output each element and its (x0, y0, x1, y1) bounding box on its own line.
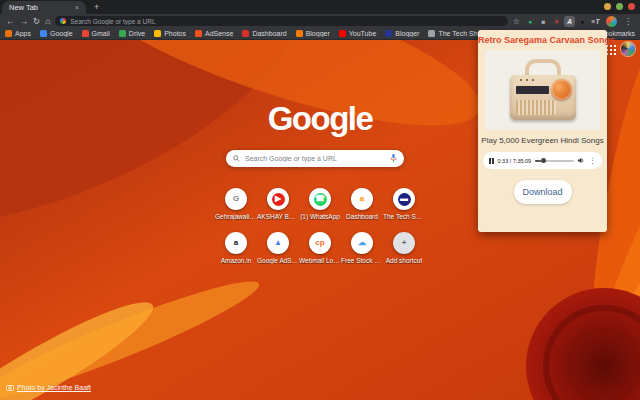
shortcut-tile[interactable]: cp Webmail Login (300, 232, 340, 264)
radio-knob-dots (518, 78, 536, 82)
shortcut-label: The Tech Sho... (383, 213, 425, 220)
shortcut-glyph: ☎ (314, 193, 327, 206)
popup-title: Retro Saregama Carvaan Songs (478, 35, 607, 45)
shortcut-tile[interactable]: ▲ Google AdSe... (258, 232, 298, 264)
search-box[interactable]: Search Google or type a URL (226, 150, 404, 167)
extension-icon[interactable]: ■ (538, 16, 549, 27)
reload-icon[interactable]: ↻ (33, 17, 40, 26)
shortcut-label: Webmail Login (299, 257, 341, 264)
shortcut-glyph: ▬ (398, 193, 411, 206)
volume-icon[interactable] (578, 157, 585, 164)
photo-attribution-link[interactable]: Photo by Jacinthe Baaft (17, 384, 91, 391)
profile-avatar[interactable] (606, 16, 617, 27)
audio-player[interactable]: 0:33 / 7:35:09 ⋮ (483, 152, 602, 169)
bookmark-item[interactable]: Drive (119, 30, 145, 37)
bookmark-item[interactable]: Gmail (82, 30, 110, 37)
bookmark-item[interactable]: YouTube (339, 30, 377, 37)
browser-menu-icon[interactable]: ⋮ (622, 17, 634, 26)
window-control-button[interactable] (604, 3, 611, 10)
bookmark-favicon-icon (195, 30, 202, 37)
tab-close-icon[interactable]: × (75, 4, 79, 11)
extension-icon[interactable]: ● (525, 16, 536, 27)
photo-attribution: Photo by Jacinthe Baaft (6, 384, 91, 391)
radio-display (516, 86, 549, 94)
shortcut-glyph: + (398, 237, 411, 250)
extension-icon[interactable]: ≡T (590, 16, 601, 27)
omnibox-text: Search Google or type a URL (70, 18, 155, 25)
player-time: 0:33 / 7:35:09 (498, 158, 532, 164)
shortcut-tile[interactable]: G Gehrajawalia... (216, 188, 256, 220)
mic-icon[interactable] (390, 154, 397, 163)
bookmark-favicon-icon (385, 30, 392, 37)
forward-icon[interactable]: → (20, 17, 29, 26)
shortcut-label: Add shortcut (386, 257, 423, 264)
bookmark-favicon-icon (154, 30, 161, 37)
omnibox[interactable]: Search Google or type a URL (55, 16, 508, 26)
shortcut-label: Gehrajawalia... (215, 213, 257, 220)
shortcut-icon: G (225, 188, 247, 210)
shortcut-glyph: ▲ (272, 237, 285, 250)
bookmark-favicon-icon (5, 30, 12, 37)
search-placeholder: Search Google or type a URL (245, 155, 385, 162)
bookmark-item[interactable]: Apps (5, 30, 31, 37)
shortcut-tile[interactable]: + Add shortcut (384, 232, 424, 264)
window-controls (604, 3, 635, 10)
bookmark-label: Apps (15, 30, 31, 37)
photo-credit-icon (6, 384, 14, 391)
shortcut-tile[interactable]: ▶ AKSHAY BHO... (258, 188, 298, 220)
shortcut-glyph: ☁ (356, 237, 369, 250)
extension-popup: Retro Saregama Carvaan Songs Play 5,000 … (478, 30, 607, 232)
player-seekbar[interactable] (535, 160, 574, 162)
shortcut-label: (1) WhatsApp (300, 213, 340, 220)
bookmark-favicon-icon (119, 30, 126, 37)
shortcut-label: Dashboard (346, 213, 378, 220)
search-icon (233, 155, 240, 162)
download-button[interactable]: Download (514, 180, 572, 204)
bookmark-item[interactable]: Photos (154, 30, 186, 37)
extension-icons: ●■×A●≡T (525, 16, 601, 27)
shortcut-icon: ▲ (267, 232, 289, 254)
bookmark-item[interactable]: Blogger (296, 30, 330, 37)
window-control-button[interactable] (628, 3, 635, 10)
bookmark-favicon-icon (82, 30, 89, 37)
window-control-button[interactable] (616, 3, 623, 10)
browser-window: New Tab × + ← → ↻ ⌂ Search Google or typ… (0, 0, 640, 400)
shortcut-tile[interactable]: a Amazon.in (216, 232, 256, 264)
shortcut-label: Amazon.in (221, 257, 252, 264)
account-avatar[interactable] (621, 42, 635, 56)
shortcut-icon: a (225, 232, 247, 254)
tab-new-tab[interactable]: New Tab × (2, 1, 86, 14)
radio-body (510, 75, 576, 120)
bookmark-item[interactable]: Dashboard (242, 30, 286, 37)
shortcut-icon: a (351, 188, 373, 210)
bookmark-label: Blogger (306, 30, 330, 37)
pause-icon[interactable] (489, 158, 494, 164)
shortcut-label: Free Stock C... (341, 257, 383, 264)
shortcut-tile[interactable]: a Dashboard (342, 188, 382, 220)
bookmark-label: Drive (129, 30, 145, 37)
extension-icon[interactable]: ● (577, 16, 588, 27)
back-icon[interactable]: ← (6, 17, 15, 26)
bookmark-label: Photos (164, 30, 186, 37)
radio-speaker-knob (551, 79, 572, 100)
bookmark-item[interactable]: Google (40, 30, 73, 37)
shortcut-glyph: G (230, 193, 243, 206)
extension-icon[interactable]: A (564, 16, 575, 27)
bookmark-star-icon[interactable]: ☆ (513, 17, 520, 26)
new-tab-button[interactable]: + (94, 2, 99, 13)
bookmark-favicon-icon (339, 30, 346, 37)
shortcut-glyph: cp (314, 237, 327, 250)
bookmark-label: Blogger (395, 30, 419, 37)
shortcut-tile[interactable]: ☎ (1) WhatsApp (300, 188, 340, 220)
shortcut-icon: ▬ (393, 188, 415, 210)
shortcut-tile[interactable]: ▬ The Tech Sho... (384, 188, 424, 220)
player-menu-icon[interactable]: ⋮ (589, 157, 596, 164)
tab-strip: New Tab × + (0, 0, 640, 14)
extension-icon[interactable]: × (551, 16, 562, 27)
shortcut-tile[interactable]: ☁ Free Stock C... (342, 232, 382, 264)
shortcut-label: Google AdSe... (257, 257, 299, 264)
bookmark-item[interactable]: Blogger (385, 30, 419, 37)
home-icon[interactable]: ⌂ (45, 17, 50, 26)
bookmark-item[interactable]: AdSense (195, 30, 233, 37)
seekbar-thumb[interactable] (541, 158, 546, 163)
